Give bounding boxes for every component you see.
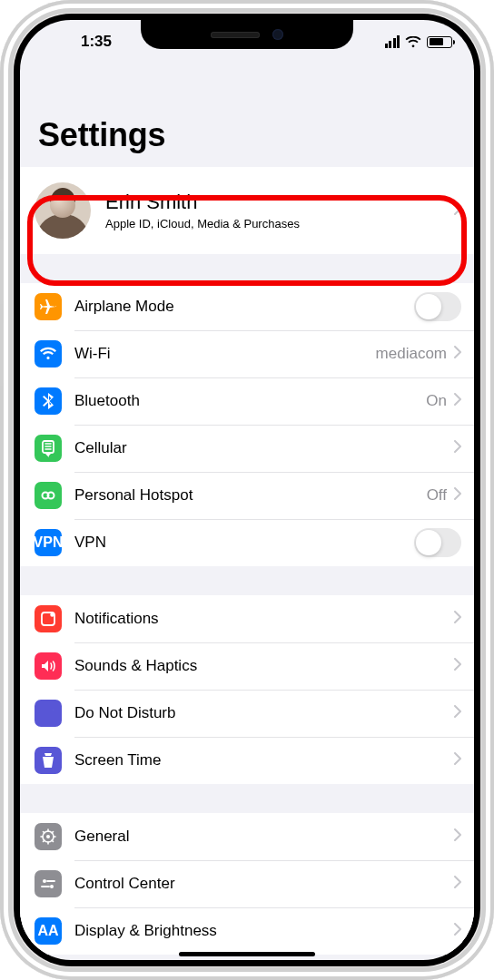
row-label: VPN [74,534,414,552]
cellular-row[interactable]: Cellular [20,425,474,472]
chevron-right-icon [454,611,461,627]
display-row[interactable]: AA Display & Brightness [20,907,474,955]
row-label: Wi-Fi [74,345,376,363]
chevron-right-icon [454,752,461,769]
vpn-row[interactable]: VPN VPN [20,519,474,566]
general-row[interactable]: General [20,813,474,860]
row-label: Control Center [74,875,454,893]
chevron-right-icon [454,440,461,456]
apple-id-name: Erin Smith [105,191,454,214]
cellular-icon [35,435,62,462]
avatar [35,182,91,239]
status-bar: 1:35 [20,20,474,64]
bluetooth-value: On [426,392,447,410]
connectivity-group: Airplane Mode Wi-Fi mediacom Bluetooth [20,283,474,566]
row-label: Cellular [74,439,454,457]
focus-group: Notifications Sounds & Haptics Do Not Di… [20,595,474,784]
airplane-toggle[interactable] [414,292,461,321]
chevron-right-icon [454,705,461,721]
apple-id-row[interactable]: Erin Smith Apple ID, iCloud, Media & Pur… [20,167,474,254]
system-group: General Control Center AA Display & Brig… [20,813,474,955]
dnd-row[interactable]: Do Not Disturb [20,690,474,737]
wifi-icon [405,36,421,48]
airplane-icon [35,293,62,320]
notifications-icon [35,605,62,632]
bluetooth-row[interactable]: Bluetooth On [20,377,474,425]
display-icon: AA [35,917,62,945]
cellular-signal-icon [385,35,400,48]
sounds-row[interactable]: Sounds & Haptics [20,642,474,690]
row-label: Do Not Disturb [74,704,454,722]
hotspot-value: Off [427,486,447,505]
row-label: General [74,828,454,846]
chevron-right-icon [454,876,461,892]
status-time: 1:35 [42,33,151,51]
row-label: Bluetooth [74,392,426,410]
hotspot-row[interactable]: Personal Hotspot Off [20,472,474,519]
dnd-icon [35,700,62,727]
svg-point-8 [46,835,50,838]
chevron-right-icon [454,828,461,845]
row-label: Sounds & Haptics [74,657,454,675]
chevron-right-icon [454,658,461,674]
general-icon [35,823,62,850]
screentime-row[interactable]: Screen Time [20,737,474,784]
sounds-icon [35,652,62,680]
wifi-row[interactable]: Wi-Fi mediacom [20,330,474,377]
screen: 1:35 Settings [20,20,474,960]
battery-icon [427,36,452,48]
chevron-right-icon [454,393,461,409]
home-indicator[interactable] [179,952,315,956]
chevron-right-icon [454,487,461,504]
hotspot-icon [35,482,62,509]
notifications-row[interactable]: Notifications [20,595,474,642]
vpn-toggle[interactable] [414,528,461,557]
apple-id-subtitle: Apple ID, iCloud, Media & Purchases [105,217,454,230]
wifi-settings-icon [35,340,62,368]
wifi-value: mediacom [376,345,447,363]
page-title: Settings [20,64,474,165]
controlcenter-icon [35,870,62,897]
row-label: Display & Brightness [74,922,454,940]
row-label: Airplane Mode [74,298,414,316]
vpn-icon: VPN [35,529,62,556]
chevron-right-icon [454,346,461,362]
apple-id-group: Erin Smith Apple ID, iCloud, Media & Pur… [20,167,474,254]
bluetooth-icon [35,387,62,415]
controlcenter-row[interactable]: Control Center [20,860,474,907]
svg-point-9 [43,879,46,883]
row-label: Screen Time [74,751,454,769]
svg-point-6 [50,612,54,616]
screentime-icon [35,747,62,774]
row-label: Notifications [74,610,454,628]
content: Settings [20,64,474,960]
device-frame: 1:35 Settings [0,0,494,980]
chevron-right-icon [454,923,461,939]
airplane-mode-row[interactable]: Airplane Mode [20,283,474,330]
row-label: Personal Hotspot [74,486,427,505]
chevron-right-icon [454,202,461,219]
svg-point-10 [50,885,54,888]
